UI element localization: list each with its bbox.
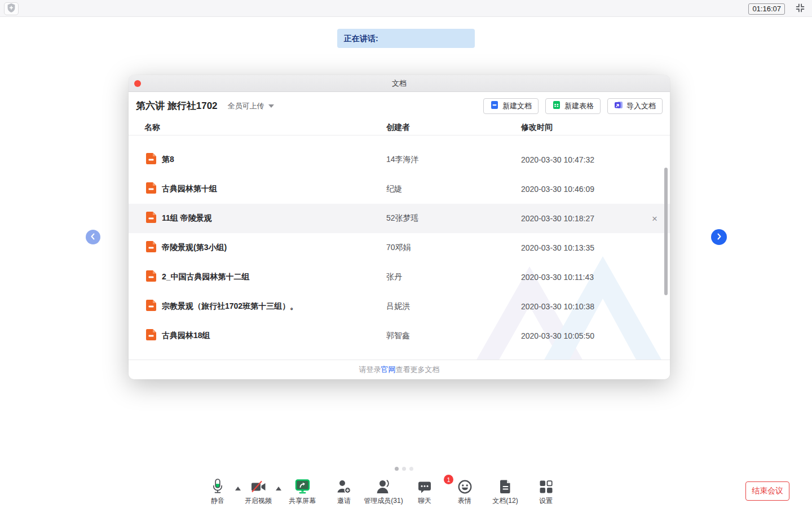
modal-close-button[interactable] [134,80,141,87]
document-icon [500,477,511,494]
exit-fullscreen-icon [795,2,806,16]
modal-title: 文档 [392,78,407,89]
doc-name: 帝陵景观(第3小组) [162,243,227,253]
modal-footer: 请登录官网查看更多文档 [129,360,670,379]
page-dot [409,467,413,471]
chevron-right-icon [716,232,722,242]
doc-modified-time: 2020-03-30 10:11:43 [521,273,670,282]
doc-file-icon [146,300,156,313]
emoji-smiley-icon [458,477,472,494]
emoji-label: 表情 [458,496,471,506]
doc-creator: 14李海洋 [386,155,521,165]
scrollbar-thumb[interactable] [664,168,668,295]
share-screen-button[interactable]: 共享屏幕 [280,477,325,506]
doc-file-icon [146,270,156,284]
chevron-left-icon [90,232,96,242]
row-close-icon[interactable]: × [652,214,657,224]
table-row[interactable]: 第8 14李海洋 2020-03-30 10:47:32 [129,145,670,174]
mute-label: 静音 [211,496,224,506]
new-sheet-label: 新建表格 [564,101,594,111]
doc-name: 11组 帝陵景观 [162,213,212,224]
exit-fullscreen-button[interactable] [794,3,806,15]
doc-file-icon [146,153,156,167]
chat-button[interactable]: 1 聊天 [402,477,447,506]
column-creator: 创建者 [386,122,521,133]
chat-bubble-icon: 1 [418,477,431,494]
footer-text-prefix: 请登录 [359,365,381,375]
official-site-link[interactable]: 官网 [381,365,396,375]
end-meeting-label: 结束会议 [752,486,783,496]
table-row-selected[interactable]: 11组 帝陵景观 52张梦瑶 2020-03-30 10:18:27 × [129,204,670,233]
manage-members-label: 管理成员(31) [364,496,403,506]
end-meeting-button[interactable]: 结束会议 [745,481,789,501]
top-bar: 01:16:07 [0,0,812,17]
doc-creator: 纪婕 [386,184,521,194]
upload-permission-dropdown[interactable]: 全员可上传 [228,101,274,111]
new-document-label: 新建文档 [502,101,532,111]
modal-title-bar: 文档 [129,75,670,92]
table-row[interactable]: 宗教景观（旅行社1702班第十三组）。 吕妮洪 2020-03-30 10:10… [129,292,670,321]
page-next-button[interactable] [711,229,727,245]
doc-modified-time: 2020-03-30 10:13:35 [521,243,670,252]
share-screen-icon [295,477,310,494]
chat-label: 聊天 [418,496,431,506]
doc-file-icon [146,212,156,225]
bottom-toolbar: 静音 开启视频 [0,477,812,508]
invite-button[interactable]: 邀请 [321,477,367,506]
import-document-icon [614,100,623,111]
start-video-button[interactable]: 开启视频 [236,477,281,506]
microphone-icon [211,477,224,494]
table-row[interactable]: 古典园林第十组 纪婕 2020-03-30 10:46:09 [129,174,670,204]
page-dot [402,467,406,471]
page-dot [395,467,399,471]
page-indicator-dots [395,467,413,471]
column-name: 名称 [144,122,386,133]
new-document-button[interactable]: 新建文档 [483,98,539,114]
share-screen-label: 共享屏幕 [289,496,316,506]
doc-list: 第8 14李海洋 2020-03-30 10:47:32 古典园林第十组 纪婕 … [129,135,670,360]
speaking-banner: 正在讲话: [337,29,475,48]
table-row[interactable]: 帝陵景观(第3小组) 70邓娟 2020-03-30 10:13:35 [129,233,670,262]
doc-file-icon [146,329,156,343]
camera-off-icon [251,477,266,494]
doc-name: 宗教景观（旅行社1702班第十三组）。 [162,301,298,312]
doc-name: 2_中国古典园林第十二组 [162,272,250,282]
settings-grid-icon [539,477,553,494]
table-row[interactable]: 2_中国古典园林第十二组 张丹 2020-03-30 10:11:43 [129,262,670,292]
settings-label: 设置 [539,496,553,506]
doc-modified-time: 2020-03-30 10:46:09 [521,185,670,194]
doc-creator: 吕妮洪 [386,301,521,312]
doc-creator: 郭智鑫 [386,331,521,341]
settings-button[interactable]: 设置 [523,477,568,506]
security-shield-button[interactable] [4,2,19,15]
shield-plus-icon [7,3,15,15]
doc-collection-title: 第六讲 旅行社1702 [136,99,218,112]
new-sheet-button[interactable]: 新建表格 [545,98,601,114]
new-document-icon [490,100,499,111]
doc-modified-time: 2020-03-30 10:18:27 [521,214,670,223]
permission-label: 全员可上传 [228,101,264,111]
doc-name: 第8 [162,155,174,165]
doc-creator: 52张梦瑶 [386,213,521,224]
speaking-label: 正在讲话: [344,34,378,43]
new-sheet-icon [552,100,561,111]
chevron-down-icon [268,104,274,108]
emoji-button[interactable]: 表情 [442,477,487,506]
page-prev-button[interactable] [86,230,100,244]
mute-button[interactable]: 静音 [195,477,240,506]
doc-modified-time: 2020-03-30 10:47:32 [521,155,670,164]
doc-modified-time: 2020-03-30 10:05:50 [521,331,670,340]
table-row[interactable]: 古典园林18组 郭智鑫 2020-03-30 10:05:50 [129,321,670,351]
documents-button[interactable]: 文档(12) [483,477,528,506]
import-document-label: 导入文档 [626,101,656,111]
invite-person-icon [337,477,351,494]
doc-file-icon [146,241,156,255]
manage-members-button[interactable]: 管理成员(31) [361,477,406,506]
documents-modal: 文档 第六讲 旅行社1702 全员可上传 新建文档 新建表格 [129,75,670,379]
doc-creator: 70邓娟 [386,243,521,253]
documents-panel-header: 第六讲 旅行社1702 全员可上传 新建文档 新建表格 [129,92,670,120]
column-modified: 修改时间 [521,122,670,133]
import-document-button[interactable]: 导入文档 [607,98,663,114]
doc-table-header: 名称 创建者 修改时间 [129,120,670,135]
invite-label: 邀请 [337,496,351,506]
